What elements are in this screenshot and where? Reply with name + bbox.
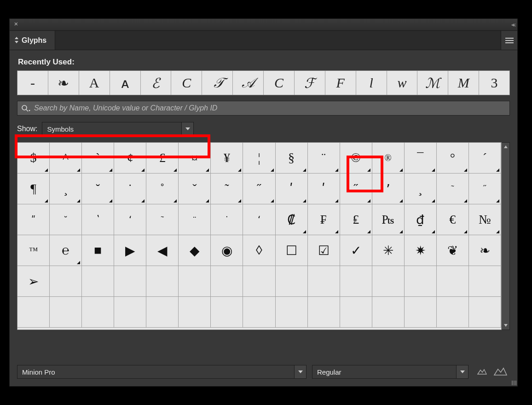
collapse-icon[interactable]: << <box>511 22 515 28</box>
tab-glyphs[interactable]: Glyphs <box>10 31 55 50</box>
glyph-cell[interactable]: ☑ <box>308 235 340 266</box>
recent-glyph-cell[interactable]: l <box>356 71 387 95</box>
glyph-cell[interactable]: ◊ <box>243 235 275 266</box>
glyph-cell[interactable]: ˘ <box>82 174 114 204</box>
glyph-cell[interactable] <box>469 266 501 297</box>
scroll-up-icon[interactable] <box>502 143 509 151</box>
glyph-cell[interactable]: ʹ <box>308 174 340 204</box>
glyph-cell[interactable]: ¸ <box>405 174 437 204</box>
glyph-cell[interactable]: ➢ <box>17 266 50 297</box>
glyph-cell[interactable]: ◆ <box>179 235 211 266</box>
recent-glyph-cell[interactable]: 𝒜 <box>233 71 264 95</box>
glyph-cell[interactable] <box>146 266 179 297</box>
glyph-cell[interactable]: ˜ <box>146 204 179 235</box>
glyph-cell[interactable] <box>340 297 372 328</box>
glyph-cell[interactable]: ʻ <box>114 204 146 235</box>
glyph-cell[interactable] <box>437 297 469 328</box>
glyph-cell[interactable]: ¢ <box>114 143 146 174</box>
glyph-cell[interactable]: ☐ <box>276 235 308 266</box>
glyph-cell[interactable] <box>17 297 50 328</box>
glyph-cell[interactable]: ˝ <box>340 174 372 204</box>
glyph-cell[interactable]: ˙ <box>211 204 243 235</box>
glyph-cell[interactable]: £ <box>146 143 179 174</box>
glyph-cell[interactable]: ¦ <box>243 143 275 174</box>
glyph-cell[interactable]: ʼ <box>372 174 405 204</box>
glyph-cell[interactable] <box>469 297 501 328</box>
recent-glyph-cell[interactable]: ℰ <box>141 71 172 95</box>
glyph-cell[interactable] <box>340 266 372 297</box>
recent-glyph-cell[interactable]: 3 <box>479 71 509 95</box>
glyph-cell[interactable]: ˝ <box>469 174 501 204</box>
glyph-cell[interactable]: ™ <box>17 235 50 266</box>
glyph-cell[interactable]: ˚ <box>146 174 179 204</box>
glyph-cell[interactable] <box>179 266 211 297</box>
glyph-cell[interactable]: $ <box>17 143 50 174</box>
glyph-cell[interactable]: § <box>276 143 308 174</box>
glyph-cell[interactable]: ˇ <box>179 174 211 204</box>
font-style-dropdown[interactable]: Regular <box>312 365 468 379</box>
recent-glyph-cell[interactable]: A <box>79 71 110 95</box>
recent-glyph-cell[interactable]: - <box>17 71 48 95</box>
glyph-cell[interactable]: ¶ <box>17 174 50 204</box>
glyph-cell[interactable] <box>308 297 340 328</box>
glyph-cell[interactable]: ◉ <box>211 235 243 266</box>
glyph-cell[interactable]: ✷ <box>405 235 437 266</box>
glyph-cell[interactable] <box>372 297 405 328</box>
close-icon[interactable]: × <box>12 21 20 28</box>
glyph-cell[interactable]: ° <box>437 143 469 174</box>
glyph-cell[interactable] <box>82 297 114 328</box>
glyph-cell[interactable]: ¯ <box>405 143 437 174</box>
glyph-cell[interactable]: ¨ <box>179 204 211 235</box>
glyph-cell[interactable]: ˜ <box>437 174 469 204</box>
glyph-cell[interactable]: ¥ <box>211 143 243 174</box>
glyph-cell[interactable] <box>405 297 437 328</box>
show-dropdown[interactable]: Symbols <box>42 122 194 136</box>
search-field[interactable] <box>17 101 510 116</box>
glyph-cell[interactable] <box>211 297 243 328</box>
glyph-cell[interactable] <box>372 266 405 297</box>
glyph-cell[interactable] <box>50 266 82 297</box>
glyph-cell[interactable]: ◀ <box>146 235 179 266</box>
panel-menu-icon[interactable] <box>501 31 517 50</box>
glyph-cell[interactable] <box>146 297 179 328</box>
glyph-cell[interactable]: ® <box>372 143 405 174</box>
glyph-cell[interactable]: ₤ <box>340 204 372 235</box>
glyph-cell[interactable]: ₡ <box>276 204 308 235</box>
recent-glyph-cell[interactable]: ℳ <box>417 71 448 95</box>
glyph-cell[interactable]: ʻ <box>243 204 275 235</box>
glyph-cell[interactable]: € <box>437 204 469 235</box>
glyph-cell[interactable]: ¨ <box>308 143 340 174</box>
glyph-cell[interactable]: ¤ <box>179 143 211 174</box>
glyph-cell[interactable] <box>308 266 340 297</box>
recent-glyph-cell[interactable]: C <box>264 71 295 95</box>
zoom-out-icon[interactable] <box>477 368 487 376</box>
glyph-cell[interactable] <box>437 266 469 297</box>
glyph-cell[interactable] <box>211 266 243 297</box>
glyph-cell[interactable]: ˜ <box>211 174 243 204</box>
recent-glyph-cell[interactable]: C <box>171 71 202 95</box>
glyph-cell[interactable]: ʽ <box>82 204 114 235</box>
glyph-cell[interactable]: ˙ <box>114 174 146 204</box>
scrollbar[interactable] <box>502 142 510 330</box>
glyph-cell[interactable] <box>276 297 308 328</box>
glyph-cell[interactable] <box>405 266 437 297</box>
glyph-cell[interactable] <box>82 266 114 297</box>
font-family-dropdown[interactable]: Minion Pro <box>17 365 306 379</box>
glyph-cell[interactable]: ^ <box>50 143 82 174</box>
glyph-cell[interactable]: ₣ <box>308 204 340 235</box>
glyph-cell[interactable]: ʹ <box>276 174 308 204</box>
glyph-cell[interactable]: ¸ <box>50 174 82 204</box>
recent-glyph-cell[interactable]: 𝒯 <box>202 71 233 95</box>
glyph-cell[interactable] <box>114 266 146 297</box>
glyph-cell[interactable] <box>114 297 146 328</box>
glyph-cell[interactable] <box>50 297 82 328</box>
recent-glyph-cell[interactable]: M <box>448 71 479 95</box>
recent-glyph-cell[interactable]: ❧ <box>48 71 79 95</box>
glyph-cell[interactable]: © <box>340 143 372 174</box>
glyph-cell[interactable]: ˘ <box>50 204 82 235</box>
glyph-cell[interactable]: ´ <box>469 143 501 174</box>
glyph-cell[interactable]: ❦ <box>437 235 469 266</box>
glyph-cell[interactable] <box>243 266 275 297</box>
scroll-down-icon[interactable] <box>502 321 509 330</box>
glyph-cell[interactable] <box>179 297 211 328</box>
